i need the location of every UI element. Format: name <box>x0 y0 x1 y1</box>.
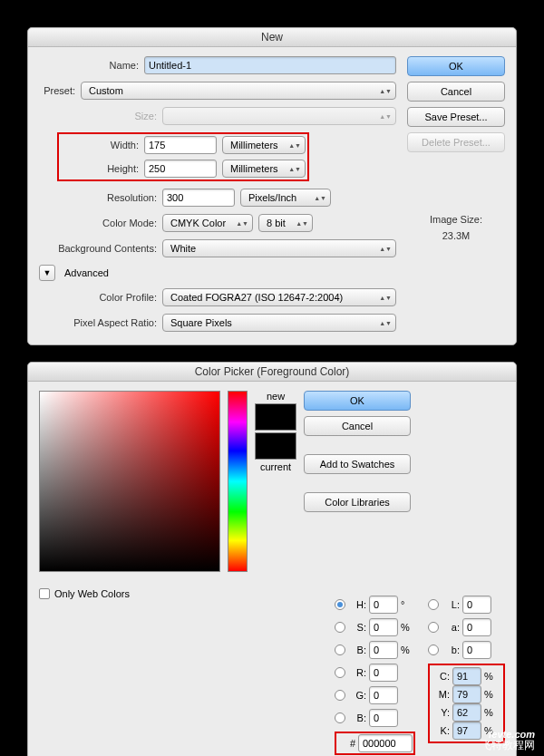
cancel-button[interactable]: Cancel <box>407 82 505 102</box>
g-input[interactable] <box>369 686 398 704</box>
g-radio[interactable] <box>335 690 345 701</box>
color-libraries-button[interactable]: Color Libraries <box>304 492 411 512</box>
add-to-swatches-button[interactable]: Add to Swatches <box>304 454 411 474</box>
dialog-title: New <box>28 28 516 47</box>
s-input[interactable] <box>369 618 398 636</box>
lab-b-radio[interactable] <box>428 645 439 655</box>
chevron-updown-icon: ▲▼ <box>379 296 392 300</box>
l-radio[interactable] <box>428 599 439 610</box>
resolution-input[interactable] <box>162 189 235 207</box>
c-input[interactable] <box>452 667 481 685</box>
blue-input[interactable] <box>369 709 398 727</box>
k-input[interactable] <box>452 722 481 740</box>
only-web-colors-label: Only Web Colors <box>54 588 130 599</box>
m-input[interactable] <box>452 685 481 703</box>
current-color-swatch <box>255 432 296 460</box>
l-input[interactable] <box>462 596 491 614</box>
preset-select[interactable]: Custom▲▼ <box>81 82 396 100</box>
width-label: Width: <box>61 140 139 150</box>
width-input[interactable] <box>144 136 217 154</box>
chevron-updown-icon: ▲▼ <box>379 247 392 251</box>
h-radio[interactable] <box>335 599 345 610</box>
profile-label: Color Profile: <box>57 292 157 303</box>
hue-slider[interactable] <box>228 391 248 572</box>
a-radio[interactable] <box>428 622 439 633</box>
width-unit-select[interactable]: Millimeters▲▼ <box>222 136 306 154</box>
brightness-input[interactable] <box>369 641 398 659</box>
b2-radio[interactable] <box>335 712 345 723</box>
s-radio[interactable] <box>335 622 345 633</box>
bg-label: Background Contents: <box>57 243 157 254</box>
height-input[interactable] <box>144 160 217 178</box>
height-label: Height: <box>61 163 139 174</box>
b-radio[interactable] <box>335 645 345 655</box>
a-input[interactable] <box>462 618 491 636</box>
advanced-disclosure[interactable]: ▼ <box>39 265 55 281</box>
lab-b-input[interactable] <box>462 641 491 659</box>
delete-preset-button: Delete Preset... <box>407 132 505 152</box>
watermark: fevte.com 飞特教程网 <box>481 730 535 751</box>
ok-button[interactable]: OK <box>407 56 505 76</box>
new-color-swatch <box>255 403 296 431</box>
image-size-info: Image Size: 23.3M <box>407 212 505 244</box>
save-preset-button[interactable]: Save Preset... <box>407 107 505 127</box>
y-input[interactable] <box>452 703 481 722</box>
preset-label: Preset: <box>39 85 75 96</box>
chevron-updown-icon: ▲▼ <box>314 196 326 200</box>
aspect-label: Pixel Aspect Ratio: <box>57 317 157 328</box>
name-label: Name: <box>39 60 139 71</box>
size-select: ▲▼ <box>162 107 396 125</box>
resolution-label: Resolution: <box>57 192 157 203</box>
current-label: current <box>260 461 291 472</box>
hex-input[interactable] <box>358 734 413 752</box>
chevron-updown-icon: ▲▼ <box>236 221 248 226</box>
saturation-value-field[interactable] <box>39 391 220 572</box>
chevron-updown-icon: ▲▼ <box>288 143 301 148</box>
height-unit-select[interactable]: Millimeters▲▼ <box>222 160 306 178</box>
bitdepth-select[interactable]: 8 bit▲▼ <box>258 214 313 232</box>
profile-select[interactable]: Coated FOGRA27 (ISO 12647-2:2004)▲▼ <box>162 288 396 306</box>
ok-button[interactable]: OK <box>304 391 411 411</box>
colormode-label: Color Mode: <box>57 218 157 228</box>
chevron-updown-icon: ▲▼ <box>379 114 392 119</box>
h-input[interactable] <box>369 596 398 614</box>
chevron-updown-icon: ▲▼ <box>296 221 308 226</box>
r-radio[interactable] <box>335 667 345 678</box>
advanced-label: Advanced <box>64 267 109 278</box>
aspect-select[interactable]: Square Pixels▲▼ <box>162 314 396 332</box>
chevron-updown-icon: ▲▼ <box>379 89 392 93</box>
new-label: new <box>267 391 285 402</box>
only-web-colors-checkbox[interactable] <box>39 588 50 599</box>
colormode-select[interactable]: CMYK Color▲▼ <box>162 214 253 232</box>
size-label: Size: <box>57 111 157 121</box>
name-input[interactable] <box>144 56 396 74</box>
chevron-updown-icon: ▲▼ <box>288 167 301 171</box>
dialog-title: Color Picker (Foreground Color) <box>28 363 516 382</box>
bg-select[interactable]: White▲▼ <box>162 239 396 257</box>
new-document-dialog: New Name: Preset: Custom▲▼ Size: ▲▼ Widt… <box>27 27 517 345</box>
color-picker-dialog: Color Picker (Foreground Color) new curr… <box>27 362 517 756</box>
r-input[interactable] <box>369 664 398 682</box>
resolution-unit-select[interactable]: Pixels/Inch▲▼ <box>240 189 331 207</box>
cancel-button[interactable]: Cancel <box>304 416 411 436</box>
chevron-updown-icon: ▲▼ <box>379 321 392 325</box>
